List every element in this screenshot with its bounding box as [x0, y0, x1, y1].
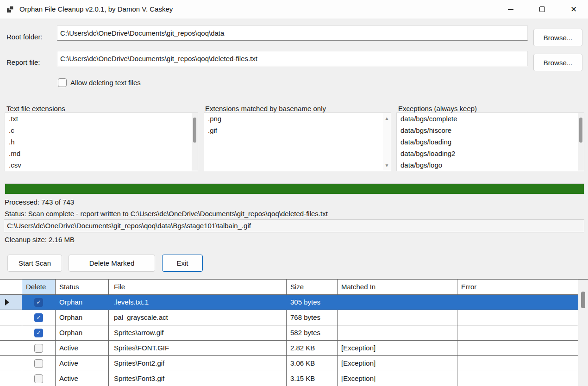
delete-cell[interactable]: ✓ [22, 371, 56, 386]
text-extensions-listbox[interactable]: .txt.c.h.md.csv [5, 112, 198, 171]
table-row[interactable]: ✓Orphanpal_grayscale.act768 bytes [0, 310, 578, 325]
basename-extensions-listbox[interactable]: .png.gif ▲ ▼ [204, 112, 391, 171]
column-header-matched-in[interactable]: Matched In [338, 280, 457, 295]
delete-marked-button[interactable]: Delete Marked [69, 255, 155, 272]
column-header-file[interactable]: File [109, 280, 287, 295]
matched-in-cell[interactable]: [Exception] [338, 341, 457, 356]
table-row[interactable]: ✓ActiveSprites\FONT.GIF2.82 KB[Exception… [0, 341, 578, 356]
error-cell[interactable] [457, 295, 578, 310]
list-item[interactable]: data/bgs/logo [397, 159, 577, 171]
delete-cell[interactable]: ✓ [22, 356, 56, 371]
list-item[interactable]: .c [5, 125, 191, 136]
delete-cell[interactable]: ✓ [22, 295, 56, 310]
list-item[interactable]: data/bgs/complete [397, 113, 577, 125]
report-file-input[interactable] [57, 51, 528, 66]
delete-cell[interactable]: ✓ [22, 325, 56, 341]
delete-checkbox[interactable]: ✓ [34, 329, 43, 337]
size-cell[interactable]: 3.06 KB [287, 356, 338, 371]
status-cell[interactable]: Orphan [56, 295, 109, 310]
error-cell[interactable] [457, 310, 578, 325]
column-header-error[interactable]: Error [457, 280, 578, 295]
table-row[interactable]: ✓ActiveSprites\Font2.gif3.06 KB[Exceptio… [0, 356, 578, 371]
matched-in-cell[interactable] [338, 310, 457, 325]
minimize-button[interactable] [500, 0, 521, 19]
file-cell[interactable]: Sprites\Font3.gif [109, 371, 287, 386]
table-scrollbar[interactable] [578, 280, 588, 386]
delete-checkbox[interactable]: ✓ [34, 359, 43, 368]
basename-extensions-scrollbar[interactable]: ▲ ▼ [383, 113, 391, 171]
exit-button[interactable]: Exit [162, 255, 203, 272]
size-cell[interactable]: 2.82 KB [287, 341, 338, 356]
delete-checkbox[interactable]: ✓ [34, 313, 43, 322]
delete-checkbox[interactable]: ✓ [34, 374, 43, 383]
list-item[interactable]: data/bgs/hiscore [397, 125, 577, 136]
size-cell[interactable]: 305 bytes [287, 295, 338, 310]
scroll-down-icon[interactable]: ▼ [383, 163, 391, 168]
row-selector-header[interactable] [0, 280, 22, 295]
file-cell[interactable]: pal_grayscale.act [109, 310, 287, 325]
exceptions-scrollbar[interactable] [578, 113, 584, 171]
processed-count-text: Processed: 743 of 743 [5, 198, 74, 206]
delete-checkbox[interactable]: ✓ [34, 298, 43, 307]
maximize-icon [539, 6, 545, 12]
file-cell[interactable]: .levels.txt.1 [109, 295, 287, 310]
table-scrollbar-thumb[interactable] [581, 292, 585, 308]
column-header-status[interactable]: Status [56, 280, 109, 295]
allow-deleting-text-files-checkbox[interactable] [58, 78, 67, 87]
titlebar: Orphan File Cleanup v2.0.1, by Damon V. … [0, 0, 588, 19]
status-cell[interactable]: Active [56, 356, 109, 371]
row-selector-cell[interactable] [0, 341, 22, 356]
error-cell[interactable] [457, 356, 578, 371]
scrollbar-thumb[interactable] [579, 118, 582, 143]
matched-in-cell[interactable] [338, 295, 457, 310]
list-item[interactable]: .gif [204, 125, 384, 136]
file-cell[interactable]: Sprites\Font2.gif [109, 356, 287, 371]
matched-in-cell[interactable]: [Exception] [338, 356, 457, 371]
size-cell[interactable]: 768 bytes [287, 310, 338, 325]
start-scan-button[interactable]: Start Scan [7, 255, 62, 272]
list-item[interactable]: .h [5, 136, 191, 148]
scroll-up-icon[interactable]: ▲ [383, 116, 391, 121]
row-selector-cell[interactable] [0, 295, 22, 310]
delete-cell[interactable]: ✓ [22, 341, 56, 356]
matched-in-cell[interactable] [338, 325, 457, 341]
table-row[interactable]: ✓ActiveSprites\Font3.gif3.15 KB[Exceptio… [0, 371, 578, 386]
error-cell[interactable] [457, 325, 578, 341]
report-file-browse-button[interactable]: Browse... [533, 54, 582, 71]
row-selector-cell[interactable] [0, 356, 22, 371]
maximize-button[interactable] [532, 0, 553, 19]
list-item[interactable]: .png [204, 113, 384, 125]
error-cell[interactable] [457, 341, 578, 356]
row-selector-cell[interactable] [0, 310, 22, 325]
size-cell[interactable]: 582 bytes [287, 325, 338, 341]
status-cell[interactable]: Orphan [56, 310, 109, 325]
column-header-size[interactable]: Size [287, 280, 338, 295]
file-cell[interactable]: Sprites\FONT.GIF [109, 341, 287, 356]
list-item[interactable]: data/bgs/loading2 [397, 148, 577, 159]
status-cell[interactable]: Active [56, 371, 109, 386]
size-cell[interactable]: 3.15 KB [287, 371, 338, 386]
root-folder-browse-button[interactable]: Browse... [533, 29, 582, 46]
matched-in-cell[interactable]: [Exception] [338, 371, 457, 386]
row-selector-cell[interactable] [0, 325, 22, 341]
status-cell[interactable]: Orphan [56, 325, 109, 341]
file-cell[interactable]: Sprites\arrow.gif [109, 325, 287, 341]
table-row[interactable]: ✓OrphanSprites\arrow.gif582 bytes [0, 325, 578, 341]
delete-checkbox[interactable]: ✓ [34, 344, 43, 353]
close-button[interactable]: ✕ [563, 0, 584, 19]
root-folder-input[interactable] [57, 25, 528, 41]
list-item[interactable]: .md [5, 148, 191, 159]
table-row[interactable]: ✓Orphan.levels.txt.1305 bytes [0, 295, 578, 310]
error-cell[interactable] [457, 371, 578, 386]
current-file-textbox[interactable]: C:\Users\dc\OneDrive\Documents\git_repos… [4, 219, 584, 232]
status-cell[interactable]: Active [56, 341, 109, 356]
scrollbar-thumb[interactable] [193, 118, 196, 143]
list-item[interactable]: data/bgs/loading [397, 136, 577, 148]
row-selector-cell[interactable] [0, 371, 22, 386]
delete-cell[interactable]: ✓ [22, 310, 56, 325]
list-item[interactable]: .txt [5, 113, 191, 125]
text-extensions-scrollbar[interactable] [192, 113, 198, 171]
column-header-delete[interactable]: Delete [22, 280, 56, 295]
exceptions-listbox[interactable]: data/bgs/completedata/bgs/hiscoredata/bg… [396, 112, 584, 171]
list-item[interactable]: .csv [5, 159, 191, 171]
